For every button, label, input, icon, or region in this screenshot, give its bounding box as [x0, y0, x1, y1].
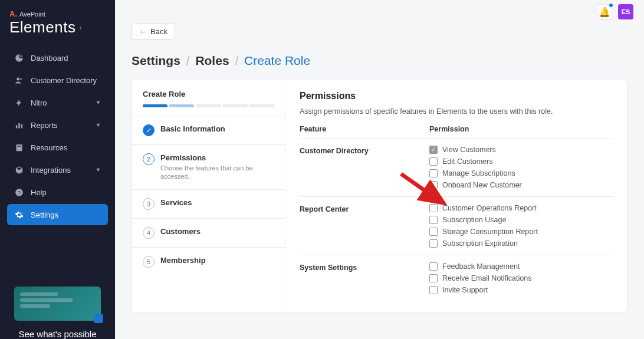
- perm-label: Onboard New Customer: [442, 181, 522, 189]
- sidebar-item-help[interactable]: ?Help: [7, 182, 108, 203]
- sidebar-item-settings[interactable]: Settings: [7, 204, 108, 225]
- svg-text:?: ?: [18, 189, 21, 195]
- topbar: 🔔 ES: [115, 0, 644, 24]
- bell-icon: 🔔: [599, 6, 610, 18]
- content: ← Back Settings / Roles / Create Role Cr…: [115, 24, 644, 312]
- notifications-button[interactable]: 🔔: [597, 4, 612, 19]
- perm-item-receive-email-notifications[interactable]: Receive Email Notifications: [429, 274, 613, 282]
- checkbox[interactable]: [429, 286, 438, 294]
- back-button[interactable]: ← Back: [132, 24, 175, 40]
- step-number: ✓: [143, 124, 155, 136]
- wizard-step-services[interactable]: 3Services: [132, 190, 285, 219]
- perm-item-subscription-usage[interactable]: Subscription Usage: [429, 216, 613, 224]
- sidebar-item-label: Customer Directory: [31, 76, 97, 85]
- checkbox[interactable]: [429, 181, 438, 189]
- wizard-step-membership[interactable]: 5Membership: [132, 248, 285, 276]
- book-icon: [14, 143, 24, 152]
- logo: A. AvePoint Elements ‹: [0, 5, 115, 47]
- step-label: Membership: [160, 256, 274, 265]
- perm-label: View Customers: [442, 146, 496, 154]
- perm-group-report-center: Report CenterCustomer Operations ReportS…: [300, 196, 613, 255]
- perm-label: Storage Consumption Report: [442, 228, 538, 236]
- step-label: Permissions: [160, 153, 274, 162]
- col-permission: Permission: [429, 125, 613, 133]
- panel: Create Role ✓Basic Information2Permissio…: [132, 80, 627, 312]
- sidebar-item-dashboard[interactable]: Dashboard: [7, 47, 108, 68]
- sidebar-item-nitro[interactable]: Nitro▼: [7, 92, 108, 113]
- feature-name: Customer Directory: [300, 146, 429, 189]
- checkbox[interactable]: [429, 274, 438, 282]
- brand-top: A. AvePoint: [9, 9, 106, 18]
- perm-list: Feedback ManagementReceive Email Notific…: [429, 262, 613, 294]
- checkbox[interactable]: [429, 169, 438, 177]
- sidebar: A. AvePoint Elements ‹ DashboardCustomer…: [0, 0, 115, 339]
- checkbox[interactable]: [429, 228, 438, 236]
- wizard-step-permissions[interactable]: 2PermissionsChoose the features that can…: [132, 145, 285, 190]
- perm-item-storage-consumption-report[interactable]: Storage Consumption Report: [429, 228, 613, 236]
- step-desc: Choose the features that can be accessed…: [160, 164, 274, 181]
- perm-label: Edit Customers: [442, 157, 492, 166]
- permissions-groups: Customer DirectoryView CustomersEdit Cus…: [300, 138, 613, 301]
- perm-label: Receive Email Notifications: [442, 274, 531, 282]
- users-icon: [14, 75, 24, 85]
- chevron-down-icon: ▼: [96, 100, 101, 106]
- arrow-left-icon: ←: [139, 27, 147, 36]
- chevron-left-icon[interactable]: ‹: [79, 24, 82, 32]
- chevron-down-icon: ▼: [96, 167, 101, 173]
- perm-item-invite-support[interactable]: Invite Support: [429, 286, 613, 294]
- svg-rect-6: [17, 146, 21, 146]
- permissions-title: Permissions: [300, 91, 613, 101]
- checkbox[interactable]: [429, 239, 438, 248]
- chevron-down-icon: ▼: [96, 122, 101, 128]
- gear-icon: [14, 210, 24, 219]
- perm-list: View CustomersEdit CustomersManage Subsc…: [429, 146, 613, 189]
- checkbox[interactable]: [429, 157, 438, 166]
- perm-item-view-customers: View Customers: [429, 146, 613, 154]
- step-number: 3: [143, 198, 155, 210]
- sidebar-item-label: Dashboard: [31, 54, 68, 62]
- perm-label: Subscription Usage: [442, 216, 506, 224]
- perm-item-onboard-new-customer[interactable]: Onboard New Customer: [429, 181, 613, 189]
- perm-label: Customer Operations Report: [442, 204, 537, 212]
- sidebar-item-customer-directory[interactable]: Customer Directory: [7, 70, 108, 91]
- checkbox[interactable]: [429, 204, 438, 212]
- sidebar-item-label: Integrations: [31, 166, 71, 175]
- sidebar-item-label: Nitro: [31, 98, 47, 107]
- svg-rect-3: [18, 123, 20, 128]
- sidebar-item-integrations[interactable]: Integrations▼: [7, 159, 108, 180]
- breadcrumb-settings[interactable]: Settings: [132, 54, 180, 67]
- perm-group-system-settings: System SettingsFeedback ManagementReceiv…: [300, 255, 613, 301]
- promo-text: See what's possible: [14, 329, 101, 339]
- checkbox[interactable]: [429, 216, 438, 224]
- bars-icon: [14, 120, 24, 130]
- perm-item-manage-subscriptions[interactable]: Manage Subscriptions: [429, 169, 613, 177]
- perm-item-customer-operations-report[interactable]: Customer Operations Report: [429, 204, 613, 212]
- sidebar-item-label: Resources: [31, 143, 67, 152]
- sidebar-item-label: Reports: [31, 121, 58, 130]
- perm-item-edit-customers[interactable]: Edit Customers: [429, 157, 613, 166]
- col-feature: Feature: [300, 125, 429, 133]
- step-number: 4: [143, 227, 155, 239]
- sidebar-item-reports[interactable]: Reports▼: [7, 114, 108, 136]
- breadcrumb: Settings / Roles / Create Role: [132, 54, 627, 68]
- brand-a-icon: A.: [9, 9, 17, 18]
- sidebar-item-label: Settings: [31, 210, 58, 219]
- promo-card: [14, 287, 101, 321]
- main: 🔔 ES ← Back Settings / Roles / Create Ro…: [115, 0, 644, 339]
- perm-group-customer-directory: Customer DirectoryView CustomersEdit Cus…: [300, 138, 613, 196]
- checkbox[interactable]: [429, 262, 438, 271]
- perm-label: Feedback Management: [442, 262, 520, 271]
- user-avatar[interactable]: ES: [618, 4, 633, 19]
- wizard-step-customers[interactable]: 4Customers: [132, 219, 285, 248]
- step-label: Basic Information: [160, 124, 274, 133]
- promo[interactable]: See what's possible: [14, 287, 101, 339]
- wizard-step-basic-information[interactable]: ✓Basic Information: [132, 116, 285, 145]
- perm-item-subscription-expiration[interactable]: Subscription Expiration: [429, 239, 613, 248]
- step-number: 2: [143, 153, 155, 165]
- pie-icon: [14, 53, 24, 62]
- permissions-subtitle: Assign permissions of specific features …: [300, 107, 613, 116]
- sidebar-nav: DashboardCustomer DirectoryNitro▼Reports…: [0, 47, 115, 279]
- breadcrumb-roles[interactable]: Roles: [195, 54, 229, 67]
- sidebar-item-resources[interactable]: Resources: [7, 137, 108, 158]
- perm-item-feedback-management[interactable]: Feedback Management: [429, 262, 613, 271]
